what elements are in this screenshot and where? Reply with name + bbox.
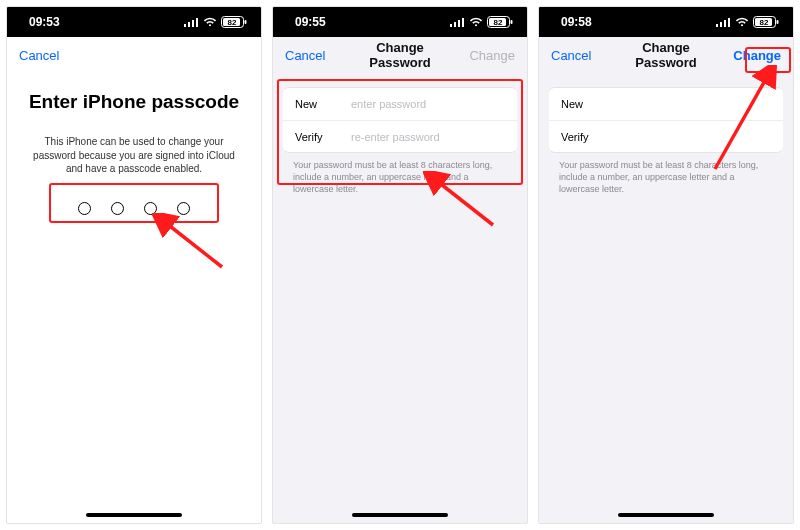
svg-rect-2 xyxy=(192,20,194,27)
svg-text:82: 82 xyxy=(760,18,769,27)
svg-text:82: 82 xyxy=(494,18,503,27)
new-password-field[interactable]: . xyxy=(617,98,771,110)
passcode-dot xyxy=(144,202,157,215)
status-right: 82 xyxy=(184,16,247,28)
passcode-dot xyxy=(177,202,190,215)
password-form: New . Verify . xyxy=(549,87,783,153)
change-button[interactable]: Change xyxy=(455,48,515,63)
svg-rect-18 xyxy=(716,24,718,27)
status-bar: 09:53 82 xyxy=(7,7,261,37)
home-indicator[interactable] xyxy=(618,513,714,517)
form-area: New . Verify . Your password must be at … xyxy=(539,73,793,523)
page-description: This iPhone can be used to change your p… xyxy=(23,135,245,176)
passcode-dot xyxy=(78,202,91,215)
svg-rect-1 xyxy=(188,22,190,27)
verify-password-field[interactable]: . xyxy=(617,131,771,143)
status-bar: 09:58 82 xyxy=(539,7,793,37)
svg-rect-24 xyxy=(777,20,779,24)
svg-rect-19 xyxy=(720,22,722,27)
wifi-icon xyxy=(203,17,217,27)
svg-rect-0 xyxy=(184,24,186,27)
svg-rect-6 xyxy=(245,20,247,24)
nav-bar: Cancel Change Password Change xyxy=(539,37,793,73)
svg-rect-12 xyxy=(462,18,464,27)
change-button[interactable]: Change xyxy=(721,48,781,63)
verify-password-row: Verify re-enter password xyxy=(283,120,517,152)
passcode-screen-body: Enter iPhone passcode This iPhone can be… xyxy=(7,73,261,215)
home-indicator[interactable] xyxy=(352,513,448,517)
phone-screenshot-1: 09:53 82 Cancel Enter iPhone passcode Th… xyxy=(6,6,262,524)
svg-rect-21 xyxy=(728,18,730,27)
status-right: 82 xyxy=(450,16,513,28)
annotation-arrow-icon xyxy=(152,213,232,273)
home-indicator[interactable] xyxy=(86,513,182,517)
nav-title: Change Password xyxy=(345,40,455,70)
svg-rect-15 xyxy=(511,20,513,24)
password-hint: Your password must be at least 8 charact… xyxy=(539,153,793,195)
new-password-field[interactable]: enter password xyxy=(351,98,505,110)
new-password-row: New . xyxy=(549,88,783,120)
battery-icon: 82 xyxy=(487,16,513,28)
passcode-input[interactable] xyxy=(23,202,245,215)
verify-password-row: Verify . xyxy=(549,120,783,152)
status-time: 09:55 xyxy=(295,15,326,29)
svg-rect-11 xyxy=(458,20,460,27)
battery-icon: 82 xyxy=(753,16,779,28)
wifi-icon xyxy=(469,17,483,27)
cancel-button[interactable]: Cancel xyxy=(285,48,345,63)
phone-screenshot-2: 09:55 82 Cancel Change Password Change N… xyxy=(272,6,528,524)
verify-password-label: Verify xyxy=(561,131,617,143)
status-time: 09:58 xyxy=(561,15,592,29)
nav-title: Change Password xyxy=(611,40,721,70)
cellular-icon xyxy=(450,17,465,27)
svg-line-8 xyxy=(166,223,222,267)
new-password-label: New xyxy=(561,98,617,110)
phone-screenshot-3: 09:58 82 Cancel Change Password Change N… xyxy=(538,6,794,524)
battery-icon: 82 xyxy=(221,16,247,28)
status-time: 09:53 xyxy=(29,15,60,29)
nav-bar: Cancel xyxy=(7,37,261,73)
page-title: Enter iPhone passcode xyxy=(23,91,245,113)
cellular-icon xyxy=(184,17,199,27)
cancel-button[interactable]: Cancel xyxy=(19,48,79,63)
status-right: 82 xyxy=(716,16,779,28)
verify-password-field[interactable]: re-enter password xyxy=(351,131,505,143)
form-area: New enter password Verify re-enter passw… xyxy=(273,73,527,523)
svg-rect-20 xyxy=(724,20,726,27)
svg-text:82: 82 xyxy=(228,18,237,27)
new-password-label: New xyxy=(295,98,351,110)
cellular-icon xyxy=(716,17,731,27)
password-form: New enter password Verify re-enter passw… xyxy=(283,87,517,153)
svg-rect-3 xyxy=(196,18,198,27)
cancel-button[interactable]: Cancel xyxy=(551,48,611,63)
verify-password-label: Verify xyxy=(295,131,351,143)
new-password-row: New enter password xyxy=(283,88,517,120)
nav-bar: Cancel Change Password Change xyxy=(273,37,527,73)
svg-rect-10 xyxy=(454,22,456,27)
wifi-icon xyxy=(735,17,749,27)
status-bar: 09:55 82 xyxy=(273,7,527,37)
passcode-dot xyxy=(111,202,124,215)
password-hint: Your password must be at least 8 charact… xyxy=(273,153,527,195)
svg-rect-9 xyxy=(450,24,452,27)
